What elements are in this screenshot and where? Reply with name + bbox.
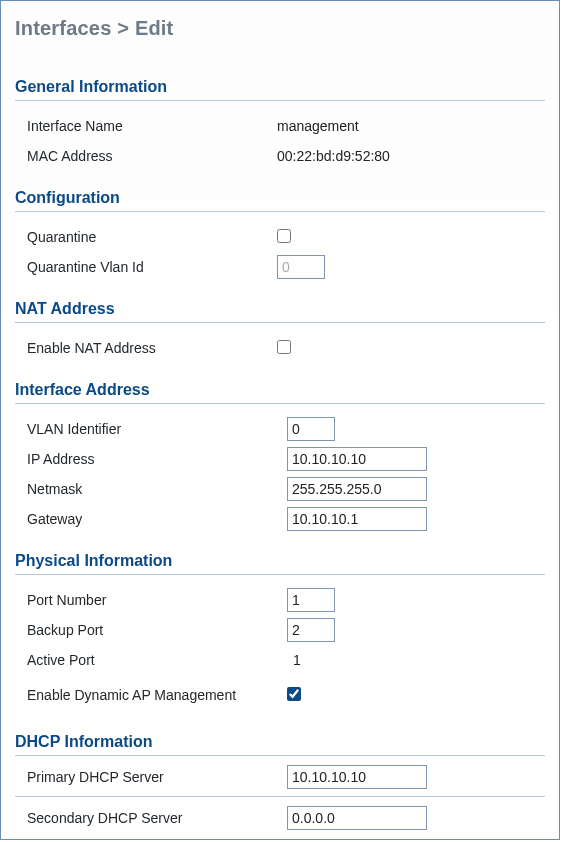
quarantine-vlan-input[interactable] <box>277 255 325 279</box>
row-ip-address: IP Address <box>27 444 545 474</box>
section-divider <box>15 403 545 404</box>
mac-address-value: 00:22:bd:d9:52:80 <box>277 148 390 164</box>
gateway-label: Gateway <box>27 511 287 527</box>
section-title-ifaddr: Interface Address <box>15 381 545 399</box>
row-dynamic-ap: Enable Dynamic AP Management <box>27 675 545 715</box>
section-nat: Enable NAT Address <box>15 333 545 363</box>
secondary-dhcp-label: Secondary DHCP Server <box>27 810 287 826</box>
vlan-identifier-input[interactable] <box>287 417 335 441</box>
active-port-label: Active Port <box>27 652 287 668</box>
section-physical-information: Port Number Backup Port Active Port 1 En… <box>15 585 545 715</box>
row-primary-dhcp: Primary DHCP Server <box>27 762 545 792</box>
quarantine-vlan-label: Quarantine Vlan Id <box>27 259 277 275</box>
row-secondary-dhcp: Secondary DHCP Server <box>27 803 545 833</box>
netmask-input[interactable] <box>287 477 427 501</box>
edit-interface-page: Interfaces > Edit General Information In… <box>0 0 560 840</box>
interface-name-label: Interface Name <box>27 118 277 134</box>
row-divider <box>15 796 545 797</box>
row-port-number: Port Number <box>27 585 545 615</box>
section-divider <box>15 211 545 212</box>
backup-port-input[interactable] <box>287 618 335 642</box>
dynamic-ap-checkbox[interactable] <box>287 687 301 701</box>
ip-address-label: IP Address <box>27 451 287 467</box>
enable-nat-checkbox[interactable] <box>277 340 291 354</box>
section-title-physical: Physical Information <box>15 552 545 570</box>
row-quarantine-vlan: Quarantine Vlan Id <box>27 252 545 282</box>
port-number-input[interactable] <box>287 588 335 612</box>
mac-address-label: MAC Address <box>27 148 277 164</box>
row-active-port: Active Port 1 <box>27 645 545 675</box>
row-vlan-identifier: VLAN Identifier <box>27 414 545 444</box>
primary-dhcp-label: Primary DHCP Server <box>27 769 287 785</box>
vlan-identifier-label: VLAN Identifier <box>27 421 287 437</box>
quarantine-checkbox[interactable] <box>277 229 291 243</box>
row-netmask: Netmask <box>27 474 545 504</box>
section-title-general: General Information <box>15 78 545 96</box>
quarantine-label: Quarantine <box>27 229 277 245</box>
section-configuration: Quarantine Quarantine Vlan Id <box>15 222 545 282</box>
backup-port-label: Backup Port <box>27 622 287 638</box>
active-port-value: 1 <box>287 652 301 668</box>
row-enable-nat: Enable NAT Address <box>27 333 545 363</box>
primary-dhcp-input[interactable] <box>287 765 427 789</box>
gateway-input[interactable] <box>287 507 427 531</box>
row-quarantine: Quarantine <box>27 222 545 252</box>
interface-name-value: management <box>277 118 359 134</box>
row-backup-port: Backup Port <box>27 615 545 645</box>
netmask-label: Netmask <box>27 481 287 497</box>
dynamic-ap-label: Enable Dynamic AP Management <box>27 687 287 704</box>
breadcrumb: Interfaces > Edit <box>15 17 545 40</box>
ip-address-input[interactable] <box>287 447 427 471</box>
section-interface-address: VLAN Identifier IP Address Netmask Gatew… <box>15 414 545 534</box>
section-title-configuration: Configuration <box>15 189 545 207</box>
row-interface-name: Interface Name management <box>27 111 545 141</box>
section-dhcp-information: Primary DHCP Server Secondary DHCP Serve… <box>15 762 545 833</box>
port-number-label: Port Number <box>27 592 287 608</box>
section-divider <box>15 755 545 756</box>
section-title-dhcp: DHCP Information <box>15 733 545 751</box>
section-divider <box>15 100 545 101</box>
row-mac-address: MAC Address 00:22:bd:d9:52:80 <box>27 141 545 171</box>
section-title-nat: NAT Address <box>15 300 545 318</box>
section-general: Interface Name management MAC Address 00… <box>15 111 545 171</box>
secondary-dhcp-input[interactable] <box>287 806 427 830</box>
row-gateway: Gateway <box>27 504 545 534</box>
section-divider <box>15 322 545 323</box>
enable-nat-label: Enable NAT Address <box>27 340 277 356</box>
section-divider <box>15 574 545 575</box>
